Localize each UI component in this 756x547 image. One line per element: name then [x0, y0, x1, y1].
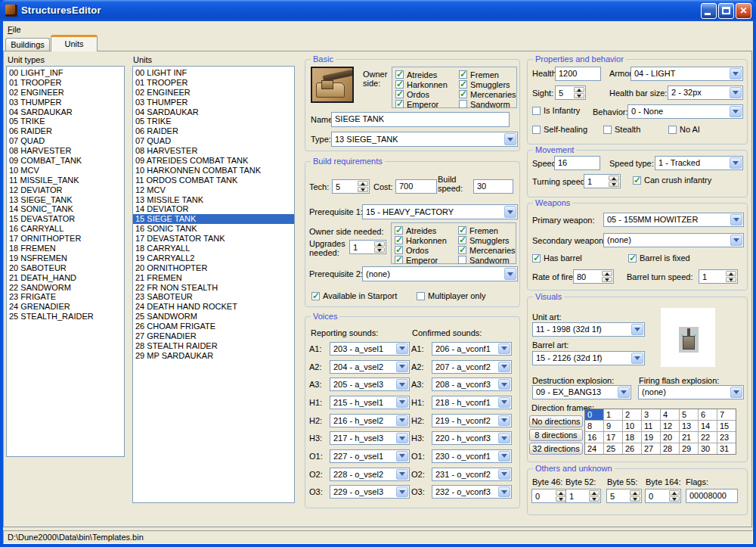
spin-down-icon[interactable]	[726, 277, 736, 282]
owner-side-checkbox[interactable]: Emperor	[395, 255, 458, 265]
list-item[interactable]: 08 HARVESTER	[7, 146, 124, 156]
direction-frame-cell[interactable]: 20	[661, 432, 679, 443]
dropdown-arrow-icon[interactable]	[498, 486, 510, 497]
dropdown-arrow-icon[interactable]	[498, 415, 510, 426]
spin-up-icon[interactable]	[574, 87, 584, 92]
list-item[interactable]: 00 LIGHT INF	[133, 68, 294, 78]
owner-side-checkbox[interactable]: Ordos	[395, 89, 459, 99]
dropdown-arrow-icon[interactable]	[498, 343, 510, 354]
direction-frame-cell[interactable]: 10	[623, 421, 641, 431]
voice-select[interactable]: 218 - h_vconf1	[432, 396, 512, 409]
list-item[interactable]: 16 CARRYALL	[7, 224, 124, 234]
owner-side-checkbox[interactable]: Harkonnen	[395, 235, 458, 245]
direction-frame-cell[interactable]: 19	[642, 432, 660, 443]
dropdown-arrow-icon[interactable]	[396, 362, 408, 372]
units-list[interactable]: 00 LIGHT INF01 TROOPER02 ENGINEER03 THUM…	[132, 66, 295, 503]
list-item[interactable]: 23 FRIGATE	[7, 292, 124, 302]
voice-select[interactable]: 229 - o_vsel3	[330, 485, 410, 499]
direction-frame-cell[interactable]: 26	[623, 443, 641, 454]
barrel-turn-speed-spinner[interactable]: 1	[699, 269, 738, 284]
dropdown-arrow-icon[interactable]	[396, 486, 408, 497]
close-button[interactable]: ✕	[736, 3, 751, 19]
dropdown-arrow-icon[interactable]	[396, 397, 408, 408]
owner-side-checkbox[interactable]: Mercenaries	[458, 245, 513, 255]
voice-select[interactable]: 230 - o_vconf1	[432, 449, 512, 463]
direction-frame-cell[interactable]: 11	[642, 421, 660, 431]
list-item[interactable]: 23 SABOTEUR	[133, 292, 294, 302]
title-bar[interactable]: StructuresEditor ✕	[0, 0, 756, 21]
rate-of-fire-spinner[interactable]: 80	[573, 269, 614, 284]
spin-up-icon[interactable]	[602, 271, 612, 276]
dropdown-arrow-icon[interactable]	[504, 268, 516, 280]
list-item[interactable]: 05 TRIKE	[133, 117, 294, 126]
direction-frame-cell[interactable]: 6	[699, 409, 717, 420]
spin-down-icon[interactable]	[630, 496, 640, 502]
tech-spinner[interactable]: 5	[332, 179, 370, 194]
list-item[interactable]: 17 ORNITHOPTER	[7, 234, 124, 244]
direction-frame-cell[interactable]: 0	[585, 409, 603, 420]
voice-select[interactable]: 228 - o_vsel2	[330, 468, 410, 481]
voice-select[interactable]: 216 - h_vsel2	[330, 414, 410, 427]
list-item[interactable]: 27 GRENADIER	[133, 331, 294, 341]
list-item[interactable]: 07 QUAD	[7, 136, 124, 146]
list-item[interactable]: 02 ENGINEER	[133, 88, 294, 98]
direction-frame-cell[interactable]: 31	[717, 443, 736, 454]
spin-up-icon[interactable]	[374, 241, 385, 247]
dropdown-arrow-icon[interactable]	[730, 157, 742, 169]
list-item[interactable]: 16 SONIC TANK	[133, 224, 294, 234]
spin-up-icon[interactable]	[630, 490, 640, 496]
direction-frame-cell[interactable]: 25	[604, 443, 622, 454]
list-item[interactable]: 24 DEATH HAND ROCKET	[133, 302, 294, 312]
secondary-weapon-select[interactable]: (none)	[603, 233, 744, 247]
list-item[interactable]: 14 DEVIATOR	[133, 204, 294, 214]
dropdown-arrow-icon[interactable]	[618, 387, 630, 398]
direction-frame-cell[interactable]: 29	[680, 443, 698, 454]
spin-down-icon[interactable]	[589, 496, 600, 502]
direction-frame-cell[interactable]: 3	[642, 409, 660, 420]
spin-up-icon[interactable]	[669, 490, 680, 496]
spin-up-icon[interactable]	[726, 271, 736, 276]
byte46-spinner[interactable]: 0	[531, 489, 568, 503]
byte164-spinner[interactable]: 0	[645, 489, 681, 503]
list-item[interactable]: 04 SARDAUKAR	[133, 107, 294, 117]
list-item[interactable]: 25 SANDWORM	[133, 312, 294, 322]
voice-select[interactable]: 215 - h_vsel1	[330, 396, 410, 409]
dropdown-arrow-icon[interactable]	[396, 415, 408, 426]
direction-frame-cell[interactable]: 9	[604, 421, 622, 431]
health-input[interactable]: 1200	[555, 67, 601, 81]
flags-input[interactable]: 00008000	[686, 489, 738, 503]
direction-frame-cell[interactable]: 4	[661, 409, 679, 420]
list-item[interactable]: 06 RAIDER	[133, 126, 294, 136]
prerequisite1-select[interactable]: 15 - HEAVY_FACTORY	[362, 204, 518, 219]
maximize-button[interactable]	[718, 3, 734, 19]
dropdown-arrow-icon[interactable]	[730, 87, 742, 98]
list-item[interactable]: 01 TROOPER	[133, 78, 294, 88]
voice-select[interactable]: 208 - a_vconf3	[432, 378, 512, 391]
dropdown-arrow-icon[interactable]	[396, 433, 408, 443]
list-item[interactable]: 21 FREMEN	[133, 273, 294, 283]
eight-directions-button[interactable]: 8 directions	[529, 429, 583, 441]
byte55-spinner[interactable]: 5	[606, 489, 642, 503]
voice-select[interactable]: 232 - o_vconf3	[432, 485, 512, 499]
list-item[interactable]: 15 DEVASTATOR	[7, 214, 124, 224]
direction-frame-cell[interactable]: 12	[661, 421, 679, 431]
owner-side-checkbox[interactable]: Atreides	[395, 225, 458, 235]
owner-side-checkbox[interactable]: Sandworm	[459, 99, 513, 109]
owner-side-checkbox[interactable]: Harkonnen	[395, 79, 459, 89]
minimize-button[interactable]	[701, 3, 717, 19]
spin-down-icon[interactable]	[602, 277, 612, 282]
dropdown-arrow-icon[interactable]	[498, 379, 510, 390]
direction-frame-cell[interactable]: 16	[585, 432, 603, 443]
dropdown-arrow-icon[interactable]	[504, 133, 516, 145]
spin-up-icon[interactable]	[589, 490, 600, 496]
list-item[interactable]: 18 CARRYALL	[133, 244, 294, 253]
name-input[interactable]: SIEGE TANK	[331, 112, 510, 127]
list-item[interactable]: 14 SONIC_TANK	[7, 204, 124, 214]
list-item[interactable]: 03 THUMPER	[133, 98, 294, 107]
byte52-spinner[interactable]: 1	[565, 489, 601, 503]
dropdown-arrow-icon[interactable]	[498, 469, 510, 480]
list-item[interactable]: 21 DEATH_HAND	[7, 273, 124, 283]
direction-frame-cell[interactable]: 8	[585, 421, 603, 431]
direction-frame-cell[interactable]: 18	[623, 432, 641, 443]
dropdown-arrow-icon[interactable]	[396, 379, 408, 390]
